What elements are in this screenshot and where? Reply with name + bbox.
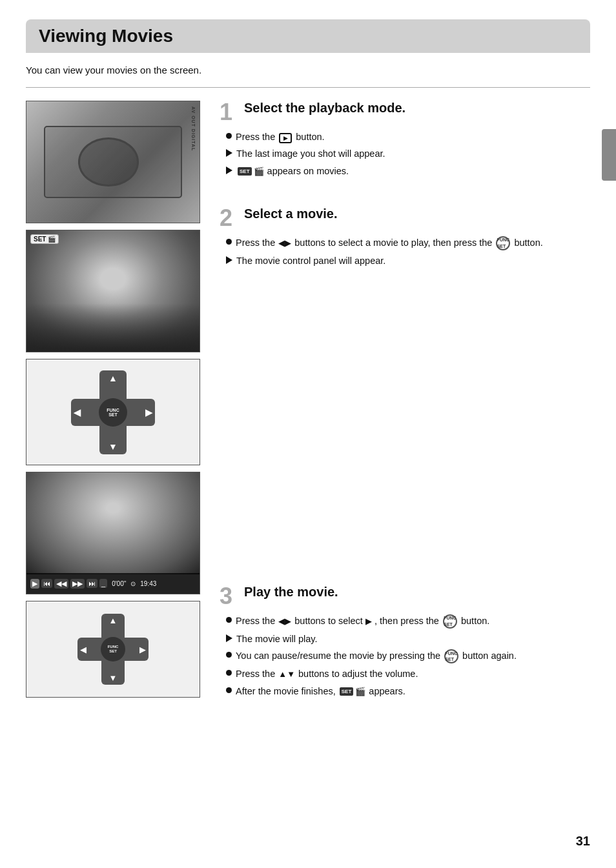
dpad2-arrows: ◀ ▶ ▲ ▼ [77, 614, 149, 685]
movie-icon: 🎬 [254, 166, 264, 177]
movie-controls-bar: ▶ ⏮ ◀◀ ▶▶ ⏭ _ 0'00" ⊙ 19:43 [26, 573, 200, 594]
dpad2: FUNCSET ◀ ▶ ▲ ▼ [77, 614, 149, 685]
step-2-bullet-2: The movie control panel will appear. [226, 254, 590, 267]
ctrl-back: ◀◀ [54, 579, 68, 589]
set-badge: SET 🎬 [30, 234, 59, 244]
step-3-bullet-5-text: After the movie finishes, SET🎬 appears. [236, 685, 406, 698]
step-1-header: 1 Select the playback mode. [220, 101, 590, 124]
step-3-section: 3 Play the movie. Press the ◀▶ buttons t… [220, 585, 590, 698]
ctrl-stop: _ [99, 579, 107, 588]
step-3-title: Play the movie. [244, 585, 338, 600]
step-1-number: 1 [220, 101, 239, 124]
ctrl-skip-back: ⏮ [41, 579, 52, 588]
playback-button-icon [279, 133, 292, 143]
bullet-circle-icon [226, 133, 232, 139]
func-set-icon-1: FUNCSET [496, 236, 510, 250]
bullet-circle-3a [226, 617, 232, 623]
step-1-bullet-2: The last image you shot will appear. [226, 147, 590, 160]
step-2-bullet-1-text: Press the ◀▶ buttons to select a movie t… [236, 236, 543, 250]
image-4-movie-controls: ▶ ⏮ ◀◀ ▶▶ ⏭ _ 0'00" ⊙ 19:43 [26, 472, 200, 594]
subtitle: You can view your movies on the screen. [26, 65, 590, 76]
step-3-header: 3 Play the movie. [220, 585, 590, 608]
image-3-dpad: FUNCSET ◀ ▶ ▲ ▼ [26, 359, 200, 465]
bullet-triangle-icon-2 [226, 167, 232, 174]
step-2-section: 2 Select a movie. Press the ◀▶ buttons t… [220, 207, 590, 267]
dpad: FUNCSET ◀ ▶ ▲ ▼ [71, 370, 155, 454]
ctrl-time: 0'00" [112, 580, 126, 587]
step-3-bullet-1-text: Press the ◀▶ buttons to select ▶ , then … [236, 614, 489, 629]
section-divider [26, 87, 590, 88]
side-tab [602, 129, 616, 181]
ctrl-skip-fwd: ⏭ [87, 579, 98, 588]
step-3-bullet-2-text: The movie will play. [236, 632, 317, 645]
dpad-left-arrow: ◀ [74, 407, 81, 418]
left-col-images: AV OUT DIGITAL SET 🎬 FUNCSET ◀ ▶ ▲ ▼ [26, 101, 220, 698]
ctrl-fwd: ▶▶ [70, 579, 85, 589]
dpad-arrows: ◀ ▶ ▲ ▼ [71, 370, 155, 454]
main-layout: AV OUT DIGITAL SET 🎬 FUNCSET ◀ ▶ ▲ ▼ [26, 101, 590, 698]
step-1-bullet-3-text: SET🎬 appears on movies. [236, 165, 349, 177]
step-1-bullet-2-text: The last image you shot will appear. [236, 147, 385, 160]
step-3-bullet-2: The movie will play. [226, 632, 590, 645]
step-2-header: 2 Select a movie. [220, 207, 590, 230]
title-bar: Viewing Movies [26, 19, 590, 53]
bullet-triangle-3a [226, 634, 232, 642]
func-set-icon-2: FUNCSET [443, 614, 457, 629]
step-2-bullet-2-text: The movie control panel will appear. [236, 254, 385, 267]
image-5-dpad: FUNCSET ◀ ▶ ▲ ▼ [26, 601, 200, 698]
step-3-bullet-5: After the movie finishes, SET🎬 appears. [226, 685, 590, 698]
step-2-bullet-1: Press the ◀▶ buttons to select a movie t… [226, 236, 590, 250]
step-3-bullet-1: Press the ◀▶ buttons to select ▶ , then … [226, 614, 590, 629]
step-3-bullet-3: You can pause/resume the movie by pressi… [226, 649, 590, 663]
ud-arrows-icon: ▲▼ [278, 669, 295, 679]
ctrl-play: ▶ [30, 579, 39, 589]
bullet-circle-3b [226, 652, 232, 658]
spacer [220, 296, 590, 565]
image-1-camera: AV OUT DIGITAL [26, 101, 200, 223]
step-2-number: 2 [220, 207, 239, 230]
dpad-up-arrow: ▲ [108, 373, 118, 383]
page-title: Viewing Movies [39, 26, 173, 46]
dpad2-left: ◀ [80, 645, 87, 654]
step-1-bullet-3: SET🎬 appears on movies. [226, 165, 590, 177]
step-3-bullet-4-text: Press the ▲▼ buttons to adjust the volum… [236, 667, 418, 680]
bullet-triangle-icon [226, 149, 232, 157]
ctrl-clock-time: 19:43 [140, 580, 156, 587]
image-2-dog-set: SET 🎬 [26, 230, 200, 352]
right-col-steps: 1 Select the playback mode. Press the bu… [220, 101, 590, 698]
set-icon-inline-2: SET [340, 687, 354, 696]
bullet-triangle-2 [226, 256, 232, 264]
bullet-circle-3c [226, 670, 232, 676]
step-1-bullets: Press the button. The last image you sho… [226, 130, 590, 177]
step-3-bullets: Press the ◀▶ buttons to select ▶ , then … [226, 614, 590, 698]
step-3-bullet-4: Press the ▲▼ buttons to adjust the volum… [226, 667, 590, 680]
dpad2-up: ▲ [109, 616, 118, 625]
movie-icon-2: 🎬 [355, 686, 365, 698]
dpad2-down: ▼ [109, 673, 118, 683]
bullet-circle-2 [226, 239, 232, 245]
step-3-bullet-3-text: You can pause/resume the movie by pressi… [236, 649, 517, 663]
dpad2-right: ▶ [139, 645, 146, 654]
ctrl-clock-icon: ⊙ [130, 580, 136, 587]
step-1-bullet-1-text: Press the button. [236, 130, 325, 143]
step-2-bullets: Press the ◀▶ buttons to select a movie t… [226, 236, 590, 267]
movie-bg [26, 472, 200, 574]
dpad-right-arrow: ▶ [145, 407, 152, 418]
step-2-title: Select a movie. [244, 207, 338, 221]
lr-arrows-icon: ◀▶ [278, 238, 291, 248]
step-1-title: Select the playback mode. [244, 101, 406, 116]
func-set-icon-3: FUNCSET [444, 649, 458, 663]
play-arrow-icon: ▶ [365, 616, 372, 626]
lr-arrows-icon-2: ◀▶ [278, 616, 291, 626]
dpad-down-arrow: ▼ [108, 441, 118, 452]
bullet-circle-3d [226, 687, 232, 693]
step-3-number: 3 [220, 585, 239, 608]
step-1-section: 1 Select the playback mode. Press the bu… [220, 101, 590, 177]
page-number: 31 [576, 834, 590, 849]
step-1-bullet-1: Press the button. [226, 130, 590, 143]
set-icon-inline: SET [238, 167, 252, 176]
